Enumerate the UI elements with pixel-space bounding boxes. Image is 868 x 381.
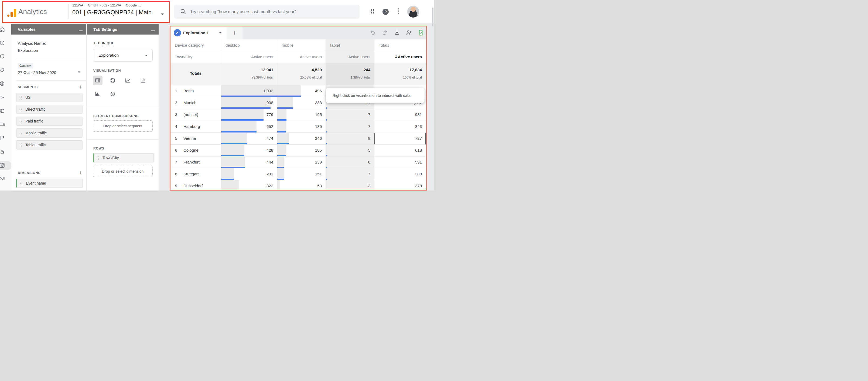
tab-exploration-1[interactable]: Exploration 1 [170, 26, 226, 39]
segment-chip-us[interactable]: US [16, 93, 83, 102]
segment-chip-paid-traffic[interactable]: Paid traffic [16, 117, 83, 126]
chevron-down-icon[interactable] [78, 71, 81, 74]
technique-select[interactable]: Exploration [93, 49, 153, 61]
column-header-desktop[interactable]: desktop [221, 39, 277, 51]
rail-item-library-icon[interactable] [0, 176, 6, 182]
visualisation-table-icon[interactable] [93, 76, 102, 85]
kebab-menu-icon[interactable] [398, 8, 399, 15]
search-input[interactable] [190, 5, 352, 19]
row-metric-cell[interactable]: 53 [277, 180, 326, 190]
row-metric-cell[interactable]: 444 [221, 156, 277, 168]
rail-item-realtime-icon[interactable] [0, 40, 6, 47]
rail-item-lifecycle-icon[interactable] [0, 53, 6, 60]
rail-item-advertising-icon[interactable] [0, 94, 6, 101]
totals-cell-tablet[interactable]: 2441.38% of total [326, 63, 374, 85]
column-header-tablet[interactable]: tablet [326, 39, 374, 51]
row-metric-cell[interactable]: 428 [221, 145, 277, 156]
rail-item-tech-icon[interactable] [0, 121, 6, 128]
dimension-chip-event-name[interactable]: Event name [16, 179, 83, 188]
row-city-cell[interactable]: 6Cologne [170, 145, 221, 156]
minimize-icon[interactable] [151, 30, 155, 31]
row-metric-cell[interactable]: 333 [277, 97, 326, 109]
rows-chip-town-city[interactable]: Town/City [93, 153, 154, 163]
row-metric-cell[interactable]: 322 [221, 180, 277, 190]
visualisation-bar-icon[interactable] [93, 89, 102, 99]
totals-label-cell[interactable]: Totals [170, 63, 221, 85]
rail-item-engagement-icon[interactable] [0, 149, 6, 155]
row-metric-cell[interactable]: 195 [277, 109, 326, 121]
metric-header-totals[interactable]: ↓Active users [374, 51, 426, 63]
add-segment-button[interactable]: + [79, 85, 82, 89]
row-metric-cell[interactable]: 1,032 [221, 85, 277, 97]
add-tab-button[interactable]: + [227, 26, 243, 39]
edit-pencil-icon[interactable] [174, 29, 181, 36]
export-sheets-icon[interactable] [418, 29, 424, 36]
metric-header-tablet[interactable]: Active users [326, 51, 374, 63]
row-metric-cell[interactable]: 496 [277, 85, 326, 97]
row-metric-cell[interactable]: 7 [326, 109, 374, 121]
add-collaborator-icon[interactable] [406, 29, 412, 36]
totals-cell-mobile[interactable]: 4,52925.68% of total [277, 63, 326, 85]
segment-chip-direct-traffic[interactable]: Direct traffic [16, 105, 83, 114]
column-header-town-city[interactable]: Town/City [170, 51, 221, 63]
row-metric-cell[interactable]: 843 [374, 121, 426, 133]
row-metric-cell[interactable]: 591 [374, 156, 426, 168]
row-metric-cell[interactable]: 908 [221, 97, 277, 109]
rail-item-acquisition-icon[interactable] [0, 67, 6, 74]
segment-chip-mobile-traffic[interactable]: Mobile traffic [16, 128, 83, 138]
row-city-cell[interactable]: 3(not set) [170, 109, 221, 121]
rail-item-monetization-icon[interactable] [0, 81, 6, 87]
date-range[interactable]: 27 Oct - 25 Nov 2020 [18, 70, 56, 75]
rail-item-events-icon[interactable] [0, 135, 6, 141]
row-city-cell[interactable]: 7Frankfurt [170, 156, 221, 168]
row-city-cell[interactable]: 8Stuttgart [170, 168, 221, 180]
help-icon[interactable]: ? [382, 9, 389, 15]
rail-item-home-icon[interactable] [0, 26, 6, 33]
column-header-totals[interactable]: Totals [374, 39, 426, 51]
row-city-cell[interactable]: 4Hamburg [170, 121, 221, 133]
row-metric-cell[interactable]: 3 [326, 180, 374, 190]
row-metric-cell[interactable]: 185 [277, 145, 326, 156]
row-metric-cell[interactable]: 378 [374, 180, 426, 190]
row-metric-cell[interactable]: 5 [326, 145, 374, 156]
row-metric-cell[interactable]: 652 [221, 121, 277, 133]
row-metric-cell[interactable]: 8 [326, 156, 374, 168]
analysis-name-value[interactable]: Exploration [18, 48, 38, 53]
chevron-down-icon[interactable] [219, 32, 222, 35]
metric-header-mobile[interactable]: Active users [277, 51, 326, 63]
row-metric-cell[interactable]: 779 [221, 109, 277, 121]
property-selector[interactable]: 001 | G-R3GGQNPB24 | Main [72, 9, 152, 16]
row-metric-cell[interactable]: 246 [277, 133, 326, 145]
row-city-cell[interactable]: 5Vienna [170, 133, 221, 145]
avatar[interactable] [407, 6, 419, 18]
row-metric-cell[interactable]: 981 [374, 109, 426, 121]
row-metric-cell[interactable]: 185 [277, 121, 326, 133]
download-icon[interactable] [394, 29, 401, 36]
row-metric-cell[interactable]: 8 [326, 133, 374, 145]
column-header-device-category[interactable]: Device category [170, 39, 221, 51]
row-metric-cell[interactable]: 727 [374, 133, 426, 145]
row-metric-cell[interactable]: 618 [374, 145, 426, 156]
row-city-cell[interactable]: 1Berlin [170, 85, 221, 97]
metric-header-desktop[interactable]: Active users [221, 51, 277, 63]
row-metric-cell[interactable]: 139 [277, 156, 326, 168]
apps-grid-icon[interactable] [370, 8, 376, 14]
row-city-cell[interactable]: 9Dusseldorf [170, 180, 221, 190]
row-metric-cell[interactable]: 388 [374, 168, 426, 180]
breadcrumb[interactable]: 121WATT GmbH > 002 - 121WATT Google … [72, 3, 141, 7]
visualisation-scatter-icon[interactable] [138, 76, 148, 85]
row-metric-cell[interactable]: 151 [277, 168, 326, 180]
rail-item-explore-icon[interactable] [0, 162, 6, 169]
visualisation-line-icon[interactable] [123, 76, 133, 85]
totals-cell-totals[interactable]: 17,634100% of total [374, 63, 426, 85]
search-bar[interactable] [174, 5, 360, 19]
visualisation-donut-icon[interactable] [108, 76, 118, 85]
row-metric-cell[interactable]: 7 [326, 168, 374, 180]
rail-item-demographics-icon[interactable] [0, 108, 6, 114]
add-dimension-button[interactable]: + [79, 171, 82, 175]
row-city-cell[interactable]: 2Munich [170, 97, 221, 109]
undo-icon[interactable] [370, 29, 376, 36]
row-metric-cell[interactable]: 231 [221, 168, 277, 180]
totals-cell-desktop[interactable]: 12,94173.39% of total [221, 63, 277, 85]
segment-drop-zone[interactable]: Drop or select segment [93, 120, 153, 132]
